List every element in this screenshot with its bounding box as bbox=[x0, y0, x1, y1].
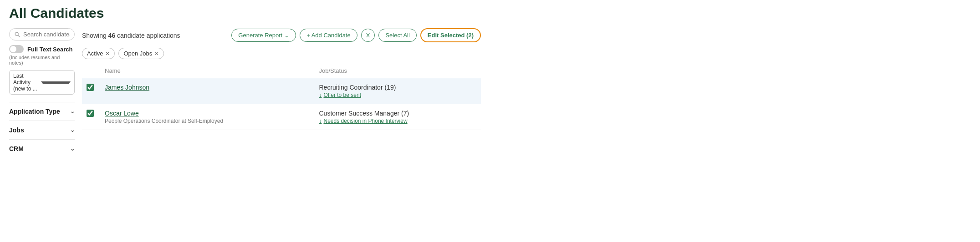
page-title: All Candidates bbox=[9, 5, 481, 21]
application-type-label: Application Type bbox=[9, 108, 60, 115]
sort-label: Last Activity (new to ... bbox=[13, 73, 39, 92]
content-header: Showing 46 candidate applications Genera… bbox=[82, 28, 481, 42]
content-area: Showing 46 candidate applications Genera… bbox=[82, 28, 481, 158]
sidebar-section-jobs[interactable]: Jobs ⌄ bbox=[9, 121, 75, 139]
row2-checkbox[interactable] bbox=[87, 110, 94, 117]
row2-candidate-subtitle: People Operations Coordinator at Self-Em… bbox=[105, 118, 310, 124]
row1-status-text: Offer to be sent bbox=[323, 92, 361, 98]
filter-tags: Active ✕ Open Jobs ✕ bbox=[82, 48, 481, 59]
full-text-search-toggle-row: Full Text Search bbox=[9, 45, 75, 53]
table-header-row: Name Job/Status bbox=[82, 64, 481, 78]
showing-text: Showing 46 candidate applications bbox=[82, 32, 180, 39]
application-type-chevron-icon: ⌄ bbox=[70, 108, 75, 115]
row2-candidate-name[interactable]: Oscar Lowe bbox=[105, 110, 310, 117]
search-icon bbox=[14, 31, 20, 38]
row1-job-title: Recruiting Coordinator (19) bbox=[319, 84, 476, 91]
col-checkbox bbox=[82, 64, 100, 78]
action-buttons: Generate Report ⌄ + Add Candidate X Sele… bbox=[231, 28, 481, 42]
row1-job-cell: Recruiting Coordinator (19) ↓ Offer to b… bbox=[314, 78, 481, 104]
candidate-count: 46 bbox=[108, 32, 116, 39]
row2-checkbox-cell[interactable] bbox=[82, 104, 100, 130]
sort-dropdown[interactable]: Last Activity (new to ... bbox=[9, 70, 75, 95]
row1-checkbox-cell[interactable] bbox=[82, 78, 100, 104]
filter-tag-active-remove-icon[interactable]: ✕ bbox=[105, 50, 110, 57]
row1-candidate-name[interactable]: James Johnson bbox=[105, 84, 310, 91]
sidebar-section-application-type[interactable]: Application Type ⌄ bbox=[9, 102, 75, 121]
candidates-table: Name Job/Status James Johnson bbox=[82, 64, 481, 130]
col-job-status: Job/Status bbox=[314, 64, 481, 78]
row1-checkbox[interactable] bbox=[87, 84, 94, 91]
filter-tag-open-jobs-label: Open Jobs bbox=[123, 50, 152, 57]
select-all-button[interactable]: Select All bbox=[378, 29, 416, 42]
row2-job-title: Customer Success Manager (7) bbox=[319, 110, 476, 117]
row1-status-arrow-icon: ↓ bbox=[319, 92, 322, 98]
add-candidate-button[interactable]: + Add Candidate bbox=[300, 29, 357, 42]
row1-name-cell: James Johnson bbox=[100, 78, 314, 104]
jobs-label: Jobs bbox=[9, 126, 24, 134]
row2-job-status[interactable]: ↓ Needs decision in Phone Interview bbox=[319, 118, 476, 124]
svg-line-1 bbox=[18, 35, 20, 37]
sort-chevron-icon bbox=[41, 81, 71, 84]
crm-label: CRM bbox=[9, 145, 24, 152]
row2-status-arrow-icon: ↓ bbox=[319, 118, 322, 124]
col-name: Name bbox=[100, 64, 314, 78]
full-text-search-label: Full Text Search bbox=[27, 46, 72, 53]
full-text-search-sublabel: (Includes resumes and notes) bbox=[9, 55, 75, 66]
row2-job-cell: Customer Success Manager (7) ↓ Needs dec… bbox=[314, 104, 481, 130]
jobs-chevron-icon: ⌄ bbox=[70, 127, 75, 133]
svg-point-0 bbox=[15, 32, 18, 35]
edit-selected-button[interactable]: Edit Selected (2) bbox=[420, 28, 481, 42]
sidebar: Full Text Search (Includes resumes and n… bbox=[9, 28, 82, 158]
filter-tag-active[interactable]: Active ✕ bbox=[82, 48, 115, 59]
generate-report-button[interactable]: Generate Report ⌄ bbox=[231, 29, 296, 42]
filter-tag-open-jobs-remove-icon[interactable]: ✕ bbox=[154, 50, 159, 57]
row1-job-status[interactable]: ↓ Offer to be sent bbox=[319, 92, 476, 98]
sidebar-section-crm[interactable]: CRM ⌄ bbox=[9, 139, 75, 158]
crm-chevron-icon: ⌄ bbox=[70, 146, 75, 152]
row2-status-text: Needs decision in Phone Interview bbox=[323, 118, 407, 124]
search-box[interactable] bbox=[9, 28, 75, 40]
filter-tag-open-jobs[interactable]: Open Jobs ✕ bbox=[118, 48, 164, 59]
table-row: Oscar Lowe People Operations Coordinator… bbox=[82, 104, 481, 130]
clear-button[interactable]: X bbox=[361, 29, 375, 42]
row2-name-cell: Oscar Lowe People Operations Coordinator… bbox=[100, 104, 314, 130]
table-row: James Johnson Recruiting Coordinator (19… bbox=[82, 78, 481, 104]
full-text-search-toggle[interactable] bbox=[9, 45, 24, 53]
search-input[interactable] bbox=[23, 31, 70, 38]
generate-report-chevron-icon: ⌄ bbox=[284, 32, 289, 39]
filter-tag-active-label: Active bbox=[87, 50, 103, 57]
